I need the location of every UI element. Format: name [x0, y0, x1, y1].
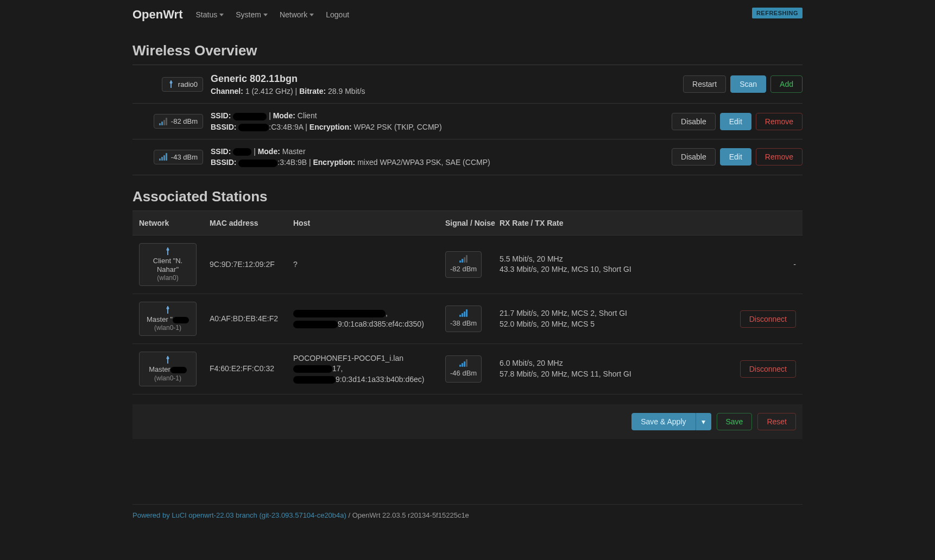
radio-row: radio0 Generic 802.11bgn Channel: 1 (2.4… — [132, 65, 803, 104]
scan-button[interactable]: Scan — [730, 75, 766, 93]
station-host: , 9:0:1ca8:d385:ef4c:d350) — [293, 308, 445, 329]
antenna-icon — [164, 247, 172, 255]
redacted — [170, 367, 187, 373]
nav-system[interactable]: System — [236, 10, 268, 19]
signal-icon — [459, 359, 468, 367]
station-mac: F4:60:E2:FF:C0:32 — [210, 364, 293, 374]
antenna-icon — [164, 356, 172, 364]
redacted — [238, 160, 277, 167]
station-row: Client "N. Nahar" (wlan0) 9C:9D:7E:12:09… — [132, 236, 803, 295]
reset-button[interactable]: Reset — [757, 413, 796, 430]
redacted — [233, 113, 267, 120]
nav-status[interactable]: Status — [195, 10, 224, 19]
footer-link[interactable]: Powered by LuCI openwrt-22.03 branch (gi… — [132, 511, 346, 519]
signal-icon — [159, 118, 168, 125]
antenna-icon — [164, 306, 172, 314]
iface-row: -82 dBm SSID: | Mode: Client BSSID: :C3:… — [132, 104, 803, 139]
edit-button[interactable]: Edit — [720, 148, 751, 166]
station-row: Master (wlan0-1) F4:60:E2:FF:C0:32 POCOP… — [132, 344, 803, 394]
col-signal: Signal / Noise — [445, 219, 500, 227]
chevron-down-icon — [263, 14, 268, 16]
disconnect-button[interactable]: Disconnect — [740, 360, 796, 378]
chevron-down-icon — [219, 14, 224, 16]
col-mac: MAC address — [210, 219, 293, 227]
col-rate: RX Rate / TX Rate — [500, 219, 640, 227]
network-badge: Master " (wlan0-1) — [139, 302, 197, 336]
device-details: Channel: 1 (2.412 GHz) | Bitrate: 28.9 M… — [211, 86, 665, 97]
signal-icon — [159, 153, 168, 161]
redacted — [238, 124, 269, 131]
iface-line2: BSSID: :3:4B:9B | Encryption: mixed WPA2… — [211, 157, 665, 168]
remove-button[interactable]: Remove — [756, 113, 803, 130]
signal-badge: -38 dBm — [445, 306, 482, 332]
chevron-down-icon — [309, 14, 314, 16]
col-network: Network — [139, 219, 210, 227]
radio-badge: radio0 — [162, 77, 203, 92]
station-row: Master " (wlan0-1) A0:AF:BD:EB:4E:F2 , 9… — [132, 294, 803, 344]
disconnect-button[interactable]: Disconnect — [740, 310, 796, 328]
radio-name: radio0 — [178, 80, 198, 88]
redacted — [293, 365, 332, 373]
brand: OpenWrt — [132, 8, 182, 22]
refresh-badge[interactable]: REFRESHING — [752, 8, 803, 18]
network-badge: Client "N. Nahar" (wlan0) — [139, 243, 197, 287]
overview-heading: Wireless Overview — [132, 42, 803, 59]
footer: Powered by LuCI openwrt-22.03 branch (gi… — [132, 504, 803, 526]
device-title: Generic 802.11bgn — [211, 72, 665, 86]
signal-badge: -43 dBm — [154, 150, 203, 164]
iface-line1: SSID: | Mode: Master — [211, 146, 665, 157]
redacted — [293, 376, 336, 384]
iface-row: -43 dBm SSID: | Mode: Master BSSID: :3:4… — [132, 139, 803, 175]
disable-button[interactable]: Disable — [672, 113, 716, 130]
nav-network[interactable]: Network — [280, 10, 314, 19]
redacted — [293, 321, 338, 328]
navbar: OpenWrt Status System Network Logout REF… — [132, 0, 803, 29]
signal-badge: -82 dBm — [154, 114, 203, 129]
station-rate: 5.5 Mbit/s, 20 MHz 43.3 Mbit/s, 20 MHz, … — [500, 254, 640, 275]
station-action: - — [640, 259, 796, 270]
iface-line2: BSSID: :C3:4B:9A | Encryption: WPA2 PSK … — [211, 122, 665, 132]
col-host: Host — [293, 219, 445, 227]
action-bar: Save & Apply ▾ Save Reset — [132, 404, 803, 439]
station-mac: 9C:9D:7E:12:09:2F — [210, 259, 293, 270]
redacted — [233, 148, 251, 156]
station-rate: 6.0 Mbit/s, 20 MHz 57.8 Mbit/s, 20 MHz, … — [500, 358, 640, 379]
add-button[interactable]: Add — [770, 75, 803, 93]
edit-button[interactable]: Edit — [720, 113, 751, 130]
redacted — [173, 317, 189, 323]
nav-menu: Status System Network Logout — [195, 10, 349, 19]
remove-button[interactable]: Remove — [756, 148, 803, 166]
disable-button[interactable]: Disable — [672, 148, 716, 166]
save-button[interactable]: Save — [717, 413, 753, 430]
restart-button[interactable]: Restart — [683, 75, 726, 93]
station-host: ? — [293, 259, 445, 270]
signal-badge: -46 dBm — [445, 355, 482, 382]
network-badge: Master (wlan0-1) — [139, 352, 197, 386]
signal-icon — [459, 309, 468, 317]
redacted — [293, 310, 386, 317]
stations-heading: Associated Stations — [132, 188, 803, 205]
save-apply-dropdown[interactable]: ▾ — [696, 413, 711, 430]
station-mac: A0:AF:BD:EB:4E:F2 — [210, 314, 293, 324]
signal-icon — [459, 255, 468, 263]
save-apply-button[interactable]: Save & Apply — [631, 413, 695, 430]
station-host: POCOPHONEF1-POCOF1_i.lan 17, 9:0:3d14:1a… — [293, 353, 445, 385]
nav-logout[interactable]: Logout — [326, 10, 349, 19]
antenna-icon — [167, 80, 175, 88]
table-header: Network MAC address Host Signal / Noise … — [132, 211, 803, 236]
station-rate: 21.7 Mbit/s, 20 MHz, MCS 2, Short GI 52.… — [500, 308, 640, 329]
signal-badge: -82 dBm — [445, 251, 482, 278]
iface-line1: SSID: | Mode: Client — [211, 110, 665, 121]
